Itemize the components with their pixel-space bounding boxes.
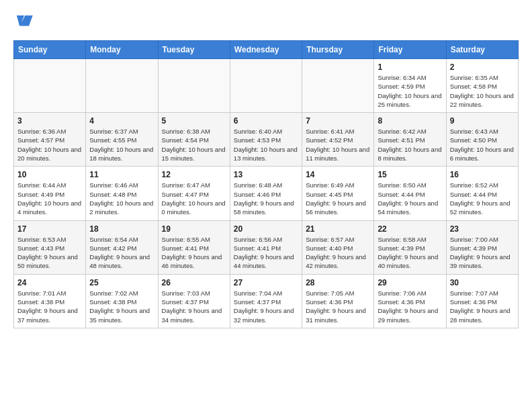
calendar-cell: 3Sunrise: 6:36 AMSunset: 4:57 PMDaylight… bbox=[14, 113, 86, 167]
calendar-cell: 9Sunrise: 6:43 AMSunset: 4:50 PMDaylight… bbox=[446, 113, 518, 167]
day-number: 3 bbox=[17, 116, 82, 126]
calendar-week-row: 3Sunrise: 6:36 AMSunset: 4:57 PMDaylight… bbox=[14, 113, 519, 167]
day-info: Sunrise: 6:57 AMSunset: 4:40 PMDaylight:… bbox=[306, 235, 370, 271]
day-number: 24 bbox=[17, 278, 82, 287]
day-info: Sunrise: 7:02 AMSunset: 4:38 PMDaylight:… bbox=[89, 289, 154, 324]
calendar-cell: 2Sunrise: 6:35 AMSunset: 4:58 PMDaylight… bbox=[446, 59, 518, 113]
header bbox=[13, 11, 519, 32]
weekday-header-friday: Friday bbox=[374, 41, 446, 59]
calendar-cell: 11Sunrise: 6:46 AMSunset: 4:48 PMDayligh… bbox=[86, 167, 158, 220]
day-info: Sunrise: 7:07 AMSunset: 4:36 PMDaylight:… bbox=[450, 289, 515, 324]
day-info: Sunrise: 7:05 AMSunset: 4:36 PMDaylight:… bbox=[306, 289, 370, 324]
day-number: 1 bbox=[378, 62, 442, 72]
weekday-header-monday: Monday bbox=[86, 41, 158, 59]
day-number: 4 bbox=[89, 116, 154, 126]
calendar-cell: 26Sunrise: 7:03 AMSunset: 4:37 PMDayligh… bbox=[158, 274, 230, 328]
calendar-week-row: 24Sunrise: 7:01 AMSunset: 4:38 PMDayligh… bbox=[14, 274, 519, 328]
calendar-week-row: 1Sunrise: 6:34 AMSunset: 4:59 PMDaylight… bbox=[14, 59, 519, 113]
calendar-cell: 15Sunrise: 6:50 AMSunset: 4:44 PMDayligh… bbox=[374, 167, 446, 220]
day-info: Sunrise: 6:41 AMSunset: 4:52 PMDaylight:… bbox=[306, 127, 370, 163]
calendar-cell: 6Sunrise: 6:40 AMSunset: 4:53 PMDaylight… bbox=[230, 113, 302, 167]
day-number: 30 bbox=[450, 278, 515, 287]
day-number: 14 bbox=[306, 170, 370, 179]
day-info: Sunrise: 7:03 AMSunset: 4:37 PMDaylight:… bbox=[162, 289, 226, 324]
day-info: Sunrise: 6:48 AMSunset: 4:46 PMDaylight:… bbox=[234, 181, 298, 216]
day-info: Sunrise: 6:44 AMSunset: 4:49 PMDaylight:… bbox=[17, 181, 82, 216]
weekday-header-sunday: Sunday bbox=[14, 41, 86, 59]
day-info: Sunrise: 7:01 AMSunset: 4:38 PMDaylight:… bbox=[17, 289, 82, 324]
calendar-cell: 17Sunrise: 6:53 AMSunset: 4:43 PMDayligh… bbox=[14, 220, 86, 274]
day-number: 19 bbox=[162, 224, 226, 234]
calendar-cell: 30Sunrise: 7:07 AMSunset: 4:36 PMDayligh… bbox=[446, 274, 518, 328]
calendar-cell: 19Sunrise: 6:55 AMSunset: 4:41 PMDayligh… bbox=[158, 220, 230, 274]
day-info: Sunrise: 6:52 AMSunset: 4:44 PMDaylight:… bbox=[450, 181, 515, 216]
day-number: 28 bbox=[306, 278, 370, 287]
day-info: Sunrise: 6:53 AMSunset: 4:43 PMDaylight:… bbox=[17, 235, 82, 271]
day-number: 27 bbox=[234, 278, 298, 287]
day-info: Sunrise: 6:55 AMSunset: 4:41 PMDaylight:… bbox=[162, 235, 226, 271]
day-number: 21 bbox=[306, 224, 370, 234]
day-info: Sunrise: 6:46 AMSunset: 4:48 PMDaylight:… bbox=[89, 181, 154, 216]
logo bbox=[13, 11, 36, 32]
calendar-cell: 20Sunrise: 6:56 AMSunset: 4:41 PMDayligh… bbox=[230, 220, 302, 274]
day-info: Sunrise: 6:36 AMSunset: 4:57 PMDaylight:… bbox=[17, 127, 82, 163]
day-info: Sunrise: 6:40 AMSunset: 4:53 PMDaylight:… bbox=[234, 127, 298, 163]
day-info: Sunrise: 6:49 AMSunset: 4:45 PMDaylight:… bbox=[306, 181, 370, 216]
day-number: 15 bbox=[378, 170, 442, 179]
calendar-cell: 24Sunrise: 7:01 AMSunset: 4:38 PMDayligh… bbox=[14, 274, 86, 328]
day-info: Sunrise: 6:47 AMSunset: 4:47 PMDaylight:… bbox=[162, 181, 226, 216]
weekday-header-tuesday: Tuesday bbox=[158, 41, 230, 59]
calendar-cell: 4Sunrise: 6:37 AMSunset: 4:55 PMDaylight… bbox=[86, 113, 158, 167]
day-info: Sunrise: 7:04 AMSunset: 4:37 PMDaylight:… bbox=[234, 289, 298, 324]
calendar-cell: 22Sunrise: 6:58 AMSunset: 4:39 PMDayligh… bbox=[374, 220, 446, 274]
calendar-cell: 21Sunrise: 6:57 AMSunset: 4:40 PMDayligh… bbox=[302, 220, 374, 274]
weekday-header-wednesday: Wednesday bbox=[230, 41, 302, 59]
day-info: Sunrise: 6:35 AMSunset: 4:58 PMDaylight:… bbox=[450, 73, 515, 109]
day-info: Sunrise: 6:38 AMSunset: 4:54 PMDaylight:… bbox=[162, 127, 226, 163]
day-number: 8 bbox=[378, 116, 442, 126]
calendar-cell: 5Sunrise: 6:38 AMSunset: 4:54 PMDaylight… bbox=[158, 113, 230, 167]
calendar-cell bbox=[302, 59, 374, 113]
day-info: Sunrise: 6:50 AMSunset: 4:44 PMDaylight:… bbox=[378, 181, 442, 216]
day-number: 5 bbox=[162, 116, 226, 126]
calendar-cell: 12Sunrise: 6:47 AMSunset: 4:47 PMDayligh… bbox=[158, 167, 230, 220]
day-info: Sunrise: 6:37 AMSunset: 4:55 PMDaylight:… bbox=[89, 127, 154, 163]
calendar-cell: 10Sunrise: 6:44 AMSunset: 4:49 PMDayligh… bbox=[14, 167, 86, 220]
calendar-cell: 8Sunrise: 6:42 AMSunset: 4:51 PMDaylight… bbox=[374, 113, 446, 167]
calendar-cell: 16Sunrise: 6:52 AMSunset: 4:44 PMDayligh… bbox=[446, 167, 518, 220]
day-number: 16 bbox=[450, 170, 515, 179]
day-number: 22 bbox=[378, 224, 442, 234]
day-number: 18 bbox=[89, 224, 154, 234]
day-number: 9 bbox=[450, 116, 515, 126]
calendar-cell: 27Sunrise: 7:04 AMSunset: 4:37 PMDayligh… bbox=[230, 274, 302, 328]
calendar-cell: 23Sunrise: 7:00 AMSunset: 4:39 PMDayligh… bbox=[446, 220, 518, 274]
day-number: 17 bbox=[17, 224, 82, 234]
day-number: 2 bbox=[450, 62, 515, 72]
calendar-cell bbox=[158, 59, 230, 113]
calendar-cell: 1Sunrise: 6:34 AMSunset: 4:59 PMDaylight… bbox=[374, 59, 446, 113]
day-info: Sunrise: 6:42 AMSunset: 4:51 PMDaylight:… bbox=[378, 127, 442, 163]
calendar-cell: 28Sunrise: 7:05 AMSunset: 4:36 PMDayligh… bbox=[302, 274, 374, 328]
day-number: 10 bbox=[17, 170, 82, 179]
day-number: 11 bbox=[89, 170, 154, 179]
day-number: 12 bbox=[162, 170, 226, 179]
day-info: Sunrise: 7:00 AMSunset: 4:39 PMDaylight:… bbox=[450, 235, 515, 271]
calendar-cell bbox=[14, 59, 86, 113]
day-info: Sunrise: 6:34 AMSunset: 4:59 PMDaylight:… bbox=[378, 73, 442, 109]
day-number: 13 bbox=[234, 170, 298, 179]
weekday-header-thursday: Thursday bbox=[302, 41, 374, 59]
calendar-week-row: 17Sunrise: 6:53 AMSunset: 4:43 PMDayligh… bbox=[14, 220, 519, 274]
calendar-cell bbox=[86, 59, 158, 113]
day-info: Sunrise: 7:06 AMSunset: 4:36 PMDaylight:… bbox=[378, 289, 442, 324]
day-number: 20 bbox=[234, 224, 298, 234]
day-info: Sunrise: 6:58 AMSunset: 4:39 PMDaylight:… bbox=[378, 235, 442, 271]
calendar: SundayMondayTuesdayWednesdayThursdayFrid… bbox=[13, 40, 519, 328]
day-number: 29 bbox=[378, 278, 442, 287]
calendar-cell: 29Sunrise: 7:06 AMSunset: 4:36 PMDayligh… bbox=[374, 274, 446, 328]
calendar-cell: 13Sunrise: 6:48 AMSunset: 4:46 PMDayligh… bbox=[230, 167, 302, 220]
day-number: 23 bbox=[450, 224, 515, 234]
calendar-cell: 14Sunrise: 6:49 AMSunset: 4:45 PMDayligh… bbox=[302, 167, 374, 220]
weekday-header-row: SundayMondayTuesdayWednesdayThursdayFrid… bbox=[14, 41, 519, 59]
page: SundayMondayTuesdayWednesdayThursdayFrid… bbox=[0, 0, 532, 339]
calendar-cell: 7Sunrise: 6:41 AMSunset: 4:52 PMDaylight… bbox=[302, 113, 374, 167]
